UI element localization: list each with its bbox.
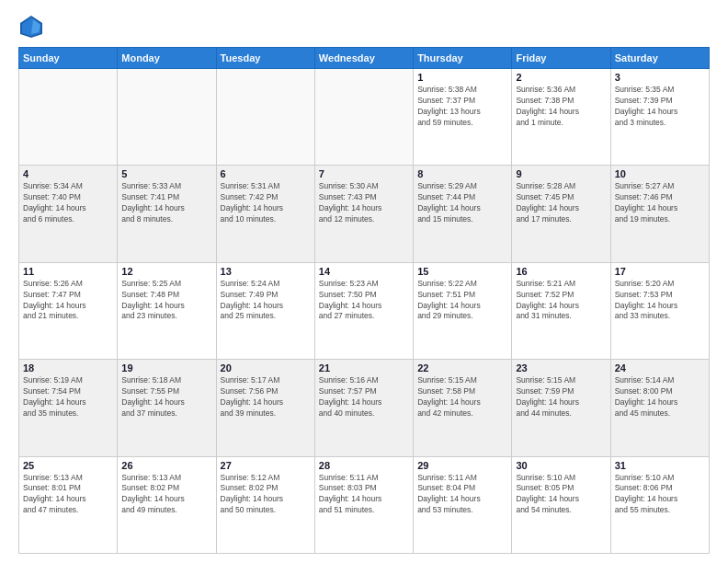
day-number: 7 bbox=[319, 168, 409, 179]
calendar-cell bbox=[118, 69, 216, 166]
calendar-cell: 31Sunrise: 5:10 AM Sunset: 8:06 PM Dayli… bbox=[610, 456, 709, 553]
day-info: Sunrise: 5:34 AM Sunset: 7:40 PM Dayligh… bbox=[23, 181, 113, 225]
day-info: Sunrise: 5:10 AM Sunset: 8:05 PM Dayligh… bbox=[516, 473, 606, 517]
calendar-cell: 25Sunrise: 5:13 AM Sunset: 8:01 PM Dayli… bbox=[19, 456, 118, 553]
calendar-cell: 20Sunrise: 5:17 AM Sunset: 7:56 PM Dayli… bbox=[216, 360, 314, 456]
calendar-cell: 8Sunrise: 5:29 AM Sunset: 7:44 PM Daylig… bbox=[414, 166, 512, 262]
day-number: 8 bbox=[417, 168, 507, 179]
day-info: Sunrise: 5:31 AM Sunset: 7:42 PM Dayligh… bbox=[221, 181, 311, 225]
calendar-cell: 23Sunrise: 5:15 AM Sunset: 7:59 PM Dayli… bbox=[512, 360, 610, 456]
day-number: 24 bbox=[615, 362, 705, 373]
day-info: Sunrise: 5:22 AM Sunset: 7:51 PM Dayligh… bbox=[417, 279, 507, 323]
day-info: Sunrise: 5:12 AM Sunset: 8:02 PM Dayligh… bbox=[221, 473, 311, 517]
weekday-header-monday: Monday bbox=[118, 48, 216, 69]
day-number: 17 bbox=[615, 266, 705, 277]
logo-icon bbox=[18, 14, 44, 40]
weekday-header-thursday: Thursday bbox=[414, 48, 512, 69]
weekday-header-saturday: Saturday bbox=[610, 48, 709, 69]
calendar-cell: 6Sunrise: 5:31 AM Sunset: 7:42 PM Daylig… bbox=[216, 166, 314, 262]
calendar-cell: 30Sunrise: 5:10 AM Sunset: 8:05 PM Dayli… bbox=[512, 456, 610, 553]
calendar-cell: 18Sunrise: 5:19 AM Sunset: 7:54 PM Dayli… bbox=[19, 360, 118, 456]
day-info: Sunrise: 5:38 AM Sunset: 7:37 PM Dayligh… bbox=[417, 85, 507, 129]
day-number: 16 bbox=[516, 266, 606, 277]
day-number: 10 bbox=[615, 168, 705, 179]
header bbox=[18, 14, 710, 40]
calendar-cell: 15Sunrise: 5:22 AM Sunset: 7:51 PM Dayli… bbox=[414, 262, 512, 359]
calendar-cell: 3Sunrise: 5:35 AM Sunset: 7:39 PM Daylig… bbox=[610, 69, 709, 166]
day-info: Sunrise: 5:33 AM Sunset: 7:41 PM Dayligh… bbox=[121, 181, 211, 225]
day-number: 23 bbox=[516, 362, 606, 373]
calendar-cell: 17Sunrise: 5:20 AM Sunset: 7:53 PM Dayli… bbox=[610, 262, 709, 359]
day-info: Sunrise: 5:16 AM Sunset: 7:57 PM Dayligh… bbox=[319, 375, 409, 419]
day-number: 11 bbox=[23, 266, 113, 277]
day-info: Sunrise: 5:36 AM Sunset: 7:38 PM Dayligh… bbox=[516, 85, 606, 129]
day-number: 14 bbox=[319, 266, 409, 277]
calendar-cell: 9Sunrise: 5:28 AM Sunset: 7:45 PM Daylig… bbox=[512, 166, 610, 262]
day-number: 26 bbox=[121, 460, 211, 471]
day-info: Sunrise: 5:29 AM Sunset: 7:44 PM Dayligh… bbox=[417, 181, 507, 225]
day-info: Sunrise: 5:30 AM Sunset: 7:43 PM Dayligh… bbox=[319, 181, 409, 225]
weekday-header-sunday: Sunday bbox=[19, 48, 118, 69]
calendar-cell: 22Sunrise: 5:15 AM Sunset: 7:58 PM Dayli… bbox=[414, 360, 512, 456]
logo bbox=[18, 14, 48, 40]
calendar-cell: 5Sunrise: 5:33 AM Sunset: 7:41 PM Daylig… bbox=[118, 166, 216, 262]
day-info: Sunrise: 5:28 AM Sunset: 7:45 PM Dayligh… bbox=[516, 181, 606, 225]
day-info: Sunrise: 5:15 AM Sunset: 7:58 PM Dayligh… bbox=[417, 375, 507, 419]
day-number: 20 bbox=[221, 362, 311, 373]
calendar-cell: 7Sunrise: 5:30 AM Sunset: 7:43 PM Daylig… bbox=[314, 166, 413, 262]
day-number: 18 bbox=[23, 362, 113, 373]
week-row-3: 11Sunrise: 5:26 AM Sunset: 7:47 PM Dayli… bbox=[19, 262, 710, 359]
calendar-table: SundayMondayTuesdayWednesdayThursdayFrid… bbox=[18, 47, 710, 554]
day-number: 27 bbox=[221, 460, 311, 471]
week-row-5: 25Sunrise: 5:13 AM Sunset: 8:01 PM Dayli… bbox=[19, 456, 710, 553]
day-info: Sunrise: 5:24 AM Sunset: 7:49 PM Dayligh… bbox=[221, 279, 311, 323]
weekday-header-friday: Friday bbox=[512, 48, 610, 69]
day-number: 1 bbox=[417, 72, 507, 83]
day-info: Sunrise: 5:11 AM Sunset: 8:03 PM Dayligh… bbox=[319, 473, 409, 517]
day-info: Sunrise: 5:14 AM Sunset: 8:00 PM Dayligh… bbox=[615, 375, 705, 419]
day-info: Sunrise: 5:20 AM Sunset: 7:53 PM Dayligh… bbox=[615, 279, 705, 323]
day-number: 19 bbox=[121, 362, 211, 373]
calendar-cell: 13Sunrise: 5:24 AM Sunset: 7:49 PM Dayli… bbox=[216, 262, 314, 359]
day-info: Sunrise: 5:27 AM Sunset: 7:46 PM Dayligh… bbox=[615, 181, 705, 225]
calendar-cell: 2Sunrise: 5:36 AM Sunset: 7:38 PM Daylig… bbox=[512, 69, 610, 166]
day-number: 31 bbox=[615, 460, 705, 471]
day-number: 12 bbox=[121, 266, 211, 277]
calendar-cell: 4Sunrise: 5:34 AM Sunset: 7:40 PM Daylig… bbox=[19, 166, 118, 262]
calendar-cell bbox=[19, 69, 118, 166]
week-row-4: 18Sunrise: 5:19 AM Sunset: 7:54 PM Dayli… bbox=[19, 360, 710, 456]
day-info: Sunrise: 5:21 AM Sunset: 7:52 PM Dayligh… bbox=[516, 279, 606, 323]
calendar-cell: 16Sunrise: 5:21 AM Sunset: 7:52 PM Dayli… bbox=[512, 262, 610, 359]
week-row-1: 1Sunrise: 5:38 AM Sunset: 7:37 PM Daylig… bbox=[19, 69, 710, 166]
day-info: Sunrise: 5:13 AM Sunset: 8:02 PM Dayligh… bbox=[121, 473, 211, 517]
day-number: 22 bbox=[417, 362, 507, 373]
calendar-cell: 10Sunrise: 5:27 AM Sunset: 7:46 PM Dayli… bbox=[610, 166, 709, 262]
calendar-cell: 26Sunrise: 5:13 AM Sunset: 8:02 PM Dayli… bbox=[118, 456, 216, 553]
day-info: Sunrise: 5:23 AM Sunset: 7:50 PM Dayligh… bbox=[319, 279, 409, 323]
weekday-header-tuesday: Tuesday bbox=[216, 48, 314, 69]
day-info: Sunrise: 5:10 AM Sunset: 8:06 PM Dayligh… bbox=[615, 473, 705, 517]
weekday-header-wednesday: Wednesday bbox=[314, 48, 413, 69]
calendar-cell: 1Sunrise: 5:38 AM Sunset: 7:37 PM Daylig… bbox=[414, 69, 512, 166]
calendar-cell: 24Sunrise: 5:14 AM Sunset: 8:00 PM Dayli… bbox=[610, 360, 709, 456]
calendar-cell: 14Sunrise: 5:23 AM Sunset: 7:50 PM Dayli… bbox=[314, 262, 413, 359]
day-number: 28 bbox=[319, 460, 409, 471]
calendar-cell: 28Sunrise: 5:11 AM Sunset: 8:03 PM Dayli… bbox=[314, 456, 413, 553]
day-info: Sunrise: 5:26 AM Sunset: 7:47 PM Dayligh… bbox=[23, 279, 113, 323]
day-number: 13 bbox=[221, 266, 311, 277]
weekday-header-row: SundayMondayTuesdayWednesdayThursdayFrid… bbox=[19, 48, 710, 69]
calendar-cell bbox=[314, 69, 413, 166]
day-info: Sunrise: 5:25 AM Sunset: 7:48 PM Dayligh… bbox=[121, 279, 211, 323]
calendar-cell: 21Sunrise: 5:16 AM Sunset: 7:57 PM Dayli… bbox=[314, 360, 413, 456]
day-info: Sunrise: 5:11 AM Sunset: 8:04 PM Dayligh… bbox=[417, 473, 507, 517]
day-info: Sunrise: 5:17 AM Sunset: 7:56 PM Dayligh… bbox=[221, 375, 311, 419]
day-number: 29 bbox=[417, 460, 507, 471]
day-number: 30 bbox=[516, 460, 606, 471]
day-number: 6 bbox=[221, 168, 311, 179]
day-info: Sunrise: 5:35 AM Sunset: 7:39 PM Dayligh… bbox=[615, 85, 705, 129]
calendar-cell: 12Sunrise: 5:25 AM Sunset: 7:48 PM Dayli… bbox=[118, 262, 216, 359]
calendar-cell bbox=[216, 69, 314, 166]
calendar-cell: 19Sunrise: 5:18 AM Sunset: 7:55 PM Dayli… bbox=[118, 360, 216, 456]
calendar-cell: 29Sunrise: 5:11 AM Sunset: 8:04 PM Dayli… bbox=[414, 456, 512, 553]
day-number: 9 bbox=[516, 168, 606, 179]
